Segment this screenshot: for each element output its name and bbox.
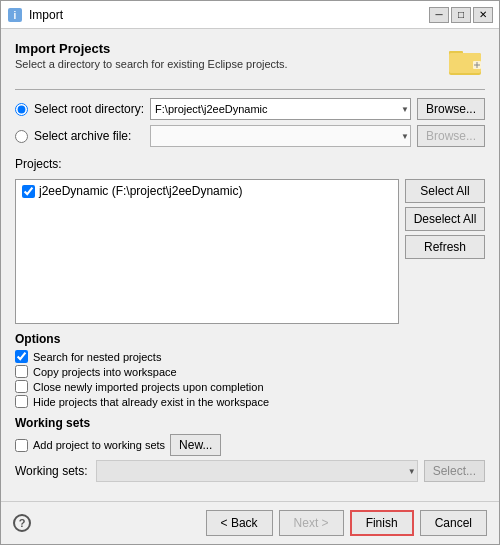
select-archive-radio[interactable] bbox=[15, 130, 28, 143]
option-checkbox-1[interactable] bbox=[15, 365, 28, 378]
working-sets-combo-container: ▼ bbox=[96, 460, 418, 482]
title-bar: i Import ─ □ ✕ bbox=[1, 1, 499, 29]
root-directory-combo-container: F:\project\j2eeDynamic ▼ bbox=[150, 98, 411, 120]
folder-icon bbox=[447, 43, 483, 79]
option-label-2: Close newly imported projects upon compl… bbox=[33, 381, 264, 393]
form-section: Select root directory: F:\project\j2eeDy… bbox=[15, 98, 485, 147]
root-directory-select[interactable]: F:\project\j2eeDynamic bbox=[150, 98, 411, 120]
import-icon: i bbox=[7, 7, 23, 23]
help-button[interactable]: ? bbox=[13, 514, 31, 532]
option-row-1: Copy projects into workspace bbox=[15, 365, 485, 378]
archive-combo-container: ▼ bbox=[150, 125, 411, 147]
title-bar-title: Import bbox=[29, 8, 63, 22]
projects-label: Projects: bbox=[15, 157, 485, 171]
import-dialog: i Import ─ □ ✕ Import Projects Select a … bbox=[0, 0, 500, 545]
projects-list[interactable]: j2eeDynamic (F:\project\j2eeDynamic) bbox=[15, 179, 399, 324]
bottom-buttons: < Back Next > Finish Cancel bbox=[206, 510, 487, 536]
bottom-bar: ? < Back Next > Finish Cancel bbox=[1, 501, 499, 544]
header-section: Import Projects Select a directory to se… bbox=[15, 41, 485, 81]
working-sets-input-row: Working sets: ▼ Select... bbox=[15, 460, 485, 482]
option-checkbox-3[interactable] bbox=[15, 395, 28, 408]
deselect-all-button[interactable]: Deselect All bbox=[405, 207, 485, 231]
option-label-3: Hide projects that already exist in the … bbox=[33, 396, 269, 408]
select-archive-label: Select archive file: bbox=[34, 129, 144, 143]
option-row-0: Search for nested projects bbox=[15, 350, 485, 363]
select-working-set-button[interactable]: Select... bbox=[424, 460, 485, 482]
minimize-button[interactable]: ─ bbox=[429, 7, 449, 23]
archive-select[interactable] bbox=[150, 125, 411, 147]
browse-button-1[interactable]: Browse... bbox=[417, 98, 485, 120]
separator-1 bbox=[15, 89, 485, 90]
back-button[interactable]: < Back bbox=[206, 510, 273, 536]
option-label-0: Search for nested projects bbox=[33, 351, 161, 363]
projects-buttons: Select All Deselect All Refresh bbox=[405, 179, 485, 324]
header-text: Import Projects Select a directory to se… bbox=[15, 41, 445, 70]
refresh-button[interactable]: Refresh bbox=[405, 235, 485, 259]
working-sets-label: Working sets: bbox=[15, 464, 90, 478]
option-checkbox-0[interactable] bbox=[15, 350, 28, 363]
page-title: Import Projects bbox=[15, 41, 445, 56]
working-sets-select[interactable] bbox=[96, 460, 418, 482]
project-checkbox-0[interactable] bbox=[22, 185, 35, 198]
dialog-content: Import Projects Select a directory to se… bbox=[1, 29, 499, 501]
option-checkbox-2[interactable] bbox=[15, 380, 28, 393]
title-bar-controls: ─ □ ✕ bbox=[429, 7, 493, 23]
cancel-button[interactable]: Cancel bbox=[420, 510, 487, 536]
page-subtitle: Select a directory to search for existin… bbox=[15, 58, 445, 70]
working-sets-add-row: Add project to working sets New... bbox=[15, 434, 485, 456]
working-sets-section: Working sets Add project to working sets… bbox=[15, 416, 485, 482]
add-to-working-sets-checkbox[interactable] bbox=[15, 439, 28, 452]
finish-button[interactable]: Finish bbox=[350, 510, 414, 536]
browse-button-2[interactable]: Browse... bbox=[417, 125, 485, 147]
svg-text:i: i bbox=[14, 10, 17, 21]
project-name-0: j2eeDynamic (F:\project\j2eeDynamic) bbox=[39, 184, 242, 198]
projects-area: j2eeDynamic (F:\project\j2eeDynamic) Sel… bbox=[15, 179, 485, 324]
list-item: j2eeDynamic (F:\project\j2eeDynamic) bbox=[18, 182, 396, 200]
working-sets-title: Working sets bbox=[15, 416, 485, 430]
options-title: Options bbox=[15, 332, 485, 346]
option-row-2: Close newly imported projects upon compl… bbox=[15, 380, 485, 393]
option-row-3: Hide projects that already exist in the … bbox=[15, 395, 485, 408]
select-root-label: Select root directory: bbox=[34, 102, 144, 116]
new-working-set-button[interactable]: New... bbox=[170, 434, 221, 456]
maximize-button[interactable]: □ bbox=[451, 7, 471, 23]
close-button[interactable]: ✕ bbox=[473, 7, 493, 23]
archive-file-row: Select archive file: ▼ Browse... bbox=[15, 125, 485, 147]
next-button[interactable]: Next > bbox=[279, 510, 344, 536]
folder-icon-area bbox=[445, 41, 485, 81]
option-label-1: Copy projects into workspace bbox=[33, 366, 177, 378]
root-directory-row: Select root directory: F:\project\j2eeDy… bbox=[15, 98, 485, 120]
options-section: Options Search for nested projects Copy … bbox=[15, 332, 485, 408]
select-all-button[interactable]: Select All bbox=[405, 179, 485, 203]
title-bar-left: i Import bbox=[7, 7, 63, 23]
select-root-radio[interactable] bbox=[15, 103, 28, 116]
add-to-working-sets-label: Add project to working sets bbox=[33, 439, 165, 451]
